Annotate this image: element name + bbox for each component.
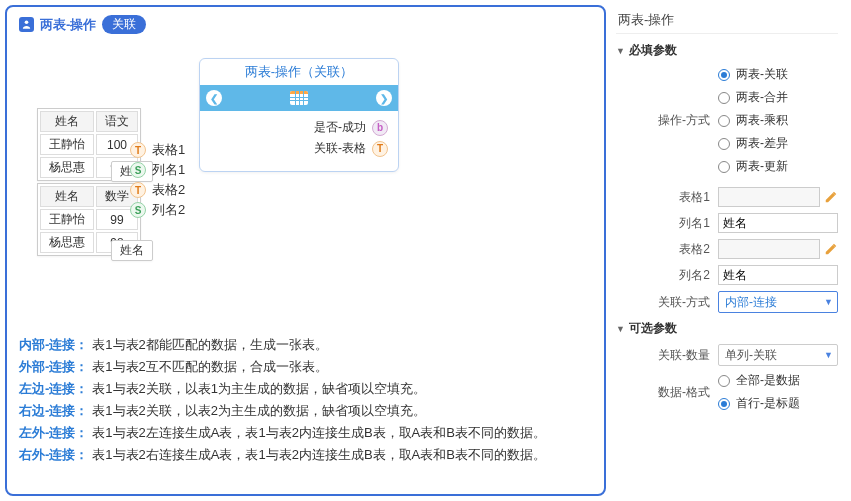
- pin-bool-icon[interactable]: b: [372, 120, 388, 136]
- node-title: 两表-操作（关联）: [200, 59, 398, 85]
- radio-option-all-data[interactable]: 全部-是数据: [718, 372, 800, 389]
- column-chip-2[interactable]: 姓名: [111, 240, 153, 261]
- canvas-title: 两表-操作: [40, 16, 96, 34]
- output-port-success[interactable]: 是否-成功 b: [210, 119, 388, 136]
- edit-icon[interactable]: [824, 242, 838, 256]
- table2-input[interactable]: [718, 239, 820, 259]
- join-qty-select[interactable]: 单列-关联▼: [718, 344, 838, 366]
- radio-option-product[interactable]: 两表-乘积: [718, 112, 788, 129]
- pin-table-icon[interactable]: T: [372, 141, 388, 157]
- node-body: 是否-成功 b 关联-表格 T: [200, 111, 398, 171]
- properties-panel: 两表-操作 ▼ 必填参数 操作-方式 两表-关联 两表-合并 两表-乘积 两表-…: [606, 5, 846, 496]
- radio-icon: [718, 375, 730, 387]
- chevron-right-icon[interactable]: ❯: [376, 90, 392, 106]
- param-table1: 表格1: [616, 184, 838, 210]
- param-join-qty: 关联-数量 单列-关联▼: [616, 341, 838, 369]
- triangle-down-icon: ▼: [616, 46, 625, 56]
- radio-option-join[interactable]: 两表-关联: [718, 66, 788, 83]
- canvas-badge[interactable]: 关联: [102, 15, 146, 34]
- param-col2: 列名2: [616, 262, 838, 288]
- input-port-table2[interactable]: T表格2: [130, 181, 190, 199]
- canvas-header: 两表-操作 关联: [19, 15, 592, 34]
- radio-icon: [718, 115, 730, 127]
- input-port-table1[interactable]: T表格1: [130, 141, 190, 159]
- description-row: 左外-连接：表1与表2左连接生成A表，表1与表2内连接生成B表，取A表和B表不同…: [19, 422, 592, 444]
- edit-icon[interactable]: [824, 190, 838, 204]
- pin-string-icon[interactable]: S: [130, 202, 146, 218]
- radio-option-diff[interactable]: 两表-差异: [718, 135, 788, 152]
- description-row: 外部-连接：表1与表2互不匹配的数据，合成一张表。: [19, 356, 592, 378]
- param-operation-mode: 操作-方式 两表-关联 两表-合并 两表-乘积 两表-差异 两表-更新: [616, 63, 838, 178]
- chevron-left-icon[interactable]: ❮: [206, 90, 222, 106]
- node-canvas[interactable]: 姓名语文 王静怡100 杨思惠98 姓名 姓名数学 王静怡99 杨思惠98 姓名…: [19, 48, 592, 308]
- section-required[interactable]: ▼ 必填参数: [616, 38, 838, 63]
- radio-icon: [718, 69, 730, 81]
- radio-icon: [718, 398, 730, 410]
- output-port-table[interactable]: 关联-表格 T: [210, 140, 388, 157]
- svg-point-0: [25, 20, 29, 24]
- description-list: 内部-连接：表1与表2都能匹配的数据，生成一张表。 外部-连接：表1与表2互不匹…: [19, 334, 592, 466]
- radio-icon: [718, 92, 730, 104]
- chevron-down-icon: ▼: [824, 350, 833, 360]
- radio-option-merge[interactable]: 两表-合并: [718, 89, 788, 106]
- section-optional[interactable]: ▼ 可选参数: [616, 316, 838, 341]
- join-mode-select[interactable]: 内部-连接▼: [718, 291, 838, 313]
- input-port-group: T表格1 S列名1 T表格2 S列名2: [130, 141, 190, 219]
- output-label: 是否-成功: [314, 119, 366, 136]
- table-icon[interactable]: [290, 91, 308, 105]
- description-row: 右外-连接：表1与表2右连接生成A表，表1与表2内连接生成B表，取A表和B表不同…: [19, 444, 592, 466]
- pin-table-icon[interactable]: T: [130, 142, 146, 158]
- param-join-mode: 关联-方式 内部-连接▼: [616, 288, 838, 316]
- pin-string-icon[interactable]: S: [130, 162, 146, 178]
- main-canvas: 两表-操作 关联 姓名语文 王静怡100 杨思惠98 姓名 姓名数学 王静怡99…: [5, 5, 606, 496]
- param-col1: 列名1: [616, 210, 838, 236]
- output-label: 关联-表格: [314, 140, 366, 157]
- description-row: 左边-连接：表1与表2关联，以表1为主生成的数据，缺省项以空填充。: [19, 378, 592, 400]
- description-row: 右边-连接：表1与表2关联，以表2为主生成的数据，缺省项以空填充。: [19, 400, 592, 422]
- pin-table-icon[interactable]: T: [130, 182, 146, 198]
- description-row: 内部-连接：表1与表2都能匹配的数据，生成一张表。: [19, 334, 592, 356]
- param-table2: 表格2: [616, 236, 838, 262]
- radio-option-update[interactable]: 两表-更新: [718, 158, 788, 175]
- col1-input[interactable]: [718, 213, 838, 233]
- person-icon: [19, 17, 34, 32]
- radio-icon: [718, 161, 730, 173]
- node-toolbar: ❮ ❯: [200, 85, 398, 111]
- chevron-down-icon: ▼: [824, 297, 833, 307]
- panel-title: 两表-操作: [616, 9, 838, 34]
- operator-node[interactable]: 两表-操作（关联） ❮ ❯ 是否-成功 b 关联-表格 T T表格1 S列名1: [199, 58, 399, 172]
- input-port-col1[interactable]: S列名1: [130, 161, 190, 179]
- input-port-col2[interactable]: S列名2: [130, 201, 190, 219]
- triangle-down-icon: ▼: [616, 324, 625, 334]
- param-data-format: 数据-格式 全部-是数据 首行-是标题: [616, 369, 838, 415]
- radio-icon: [718, 138, 730, 150]
- col2-input[interactable]: [718, 265, 838, 285]
- radio-option-first-header[interactable]: 首行-是标题: [718, 395, 800, 412]
- table1-input[interactable]: [718, 187, 820, 207]
